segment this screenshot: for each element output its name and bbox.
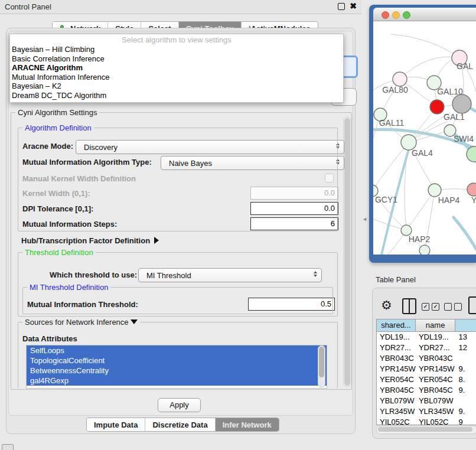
network-canvas[interactable]: GALGAL80GAL10GAL1GAL11SWI4GAL4GCY1HAP4YH… [373,21,476,255]
column-header-extra[interactable] [455,319,476,331]
table-cell: YPR145W [416,364,456,374]
algorithm-option[interactable]: Basic Correlation Inference [10,54,343,64]
minimized-panel-icon[interactable] [2,444,14,450]
unchecked-box-icon [454,303,462,311]
control-panel-title: Control Panel [0,2,51,11]
table-cell: YER054C [416,374,456,385]
table-row[interactable]: YDR27...YDR27...12 [377,343,476,353]
network-node-label: Y [471,195,476,205]
document-icon[interactable] [468,296,476,314]
table-panel-title: Table Panel [376,275,416,284]
table-cell: 9. [456,364,476,374]
column-header-shared...[interactable]: shared... [377,319,416,331]
algorithm-option[interactable]: ARACNE Algorithm [10,63,343,73]
table-cell: YBR045C [377,385,416,396]
network-node-label: GAL4 [412,148,433,158]
algorithm-option[interactable]: Bayesian – Hill Climbing [10,45,343,54]
mi-threshold-group: MI Threshold Definition [22,287,333,314]
network-node-label: GAL80 [382,85,408,94]
table-cell: YDR27... [377,343,416,353]
algorithm-option[interactable]: Mutual Information Inference [10,73,343,82]
zoom-window-icon[interactable] [403,11,410,19]
table-row[interactable]: YBL079WYBL079W [377,396,476,406]
sources-title: Sources for Network Inference [22,318,140,327]
network-node-bottom-node[interactable] [419,245,430,255]
table-cell [456,353,476,364]
gear-icon[interactable]: ⚙ [381,298,392,313]
algorithm-definition-title: Algorithm Definition [22,123,94,132]
table-cell: 12 [456,343,476,353]
table-cell: YLR345W [416,406,456,417]
hide-selected-checkboxes-icon[interactable] [444,303,462,311]
algorithm-definition-group: Algorithm Definition [18,128,338,231]
network-node-hap4[interactable] [428,184,441,197]
table-cell: YIL052C [416,417,456,425]
cyni-algorithm-settings-title: Cyni Algorithm Settings [15,108,99,117]
network-graph[interactable]: GALGAL80GAL10GAL1GAL11SWI4GAL4GCY1HAP4YH… [373,21,476,255]
table-hscrollbar-thumb[interactable] [378,427,472,432]
checked-box-icon: ✓ [432,303,439,311]
table-row[interactable]: YLR345WYLR345W9. [377,406,476,417]
table-cell: YPR145W [377,364,416,374]
algorithm-popup-placeholder: Select algorithm to view settings [10,35,343,45]
unchecked-box-icon [444,303,452,311]
table-row[interactable]: YPR145WYPR145W9. [377,364,476,374]
table-cell [456,396,476,406]
splitter-handle-icon[interactable]: ◄ [362,216,366,223]
threshold-definition-title: Threshold Definition [22,248,96,257]
node-table: shared...name YDL19...YDL19...13YDR27...… [376,319,476,425]
table-hscrollbar[interactable] [376,426,476,434]
table-cell: YDL19... [377,332,416,343]
screen: Control Panel ✖ NetworkStyleSelectCyni T… [0,0,476,450]
collapse-arrow-icon[interactable] [131,319,138,324]
algorithm-option[interactable]: Dream8 DC_TDC Algorithm [10,91,343,100]
network-node-label: SWI4 [454,134,474,144]
network-node-label: HAP4 [438,195,460,205]
control-panel-titlebar: Control Panel ✖ [0,0,361,14]
tab-impute-data[interactable]: Impute Data [87,418,145,431]
table-row[interactable]: YDL19...YDL19...13 [377,332,476,343]
tab-discretize-data[interactable]: Discretize Data [145,418,215,431]
network-node-salmon-right[interactable] [467,183,476,196]
show-selected-checkboxes-icon[interactable]: ✓ ✓ [422,303,439,311]
network-node-label: GCY1 [375,195,397,204]
table-cell: YBL079W [377,396,416,406]
float-panel-icon[interactable] [338,3,345,10]
checked-box-icon: ✓ [422,303,429,311]
close-window-icon[interactable] [382,11,389,19]
table-cell: YDR27... [416,343,456,353]
column-header-name[interactable]: name [416,319,456,331]
table-cell: YBR043C [416,353,456,364]
close-panel-icon[interactable]: ✖ [350,1,357,11]
columns-icon[interactable] [402,298,416,314]
network-window-titlebar[interactable] [373,8,476,21]
table-row[interactable]: YBR043CYBR043C [377,353,476,364]
apply-button[interactable]: Apply [158,398,201,412]
sources-group: Sources for Network Inference [18,322,338,389]
sources-title-text: Sources for Network Inference [25,318,129,327]
network-node-gal80[interactable] [393,72,407,86]
network-node-label: HAP2 [409,234,431,244]
network-node-gal1[interactable] [430,100,444,114]
network-edge[interactable] [400,57,459,79]
table-cell: YBR043C [377,353,416,364]
table-cell: 9 [456,417,476,425]
table-cell: YDL19... [416,332,456,343]
network-node-gray-node[interactable] [452,94,471,113]
network-edge[interactable] [391,34,459,58]
tab-infer-network[interactable]: Infer Network [216,418,279,431]
table-row[interactable]: YIL052CYIL052C9 [377,417,476,425]
network-edge[interactable] [406,190,435,230]
table-row[interactable]: YER054CYER054C8. [377,374,476,385]
table-cell: YBL079W [416,396,456,406]
table-cell: 9. [456,406,476,417]
network-node-label: GAL [457,61,473,71]
mi-threshold-group-title: MI Threshold Definition [27,283,110,292]
table-row[interactable]: YBR045CYBR045C9. [377,385,476,396]
table-header-row: shared...name [377,319,476,332]
algorithm-option[interactable]: Bayesian – K2 [10,81,343,91]
network-node-label: GAL11 [379,118,405,128]
network-edge-highlighted[interactable] [454,217,476,253]
table-cell: 9. [456,385,476,396]
minimize-window-icon[interactable] [392,11,400,19]
